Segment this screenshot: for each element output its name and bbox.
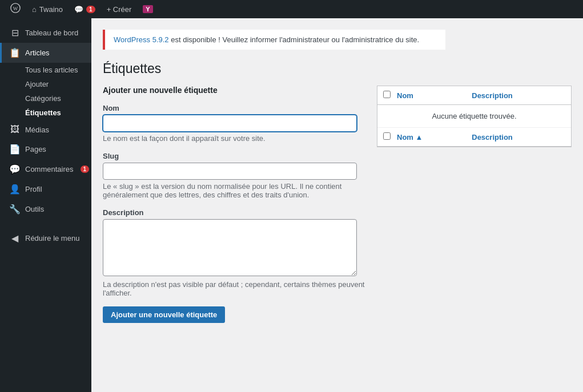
submit-button[interactable]: Ajouter une nouvelle étiquette [103,306,225,323]
notice-link[interactable]: WordPress 5.9.2 [114,35,169,44]
slug-field: Slug Le « slug » est la version du nom n… [103,152,365,199]
wp-logo-icon: W [10,3,21,16]
sidebar-item-dashboard[interactable]: ⊟ Tableau de bord [0,23,91,43]
home-icon: ⌂ [32,5,37,14]
description-label: Description [103,208,365,217]
sidebar-item-profil[interactable]: 👤 Profil [0,179,91,199]
commentaires-badge: 1 [81,165,90,173]
footer-description: Description [466,128,571,147]
new-content-label: + Créer [107,5,132,14]
pages-icon: 📄 [9,144,21,155]
commentaires-label: Commentaires [25,165,74,173]
commentaires-icon: 💬 [9,164,21,175]
header-checkbox-col [377,86,391,105]
profil-icon: 👤 [9,184,21,195]
slug-description: Le « slug » est la version du nom normal… [103,182,365,199]
site-name-label: Twaino [39,5,63,14]
reduire-label: Réduire le menu [25,234,79,243]
slug-input[interactable] [103,163,357,180]
sidebar-item-pages[interactable]: 📄 Pages [0,139,91,159]
wp-logo-item[interactable]: W [5,0,26,18]
pages-label: Pages [25,145,46,153]
comment-icon: 💬 [74,5,83,14]
tags-table: Nom Description Aucune étiquette trouvée… [377,86,571,147]
medias-icon: 🖼 [9,124,21,135]
content-area: Ajouter une nouvelle étiquette Nom Le no… [103,86,572,323]
table-footer-row: Nom ▲ Description [377,128,571,147]
description-input[interactable] [103,219,357,276]
admin-bar: W ⌂ Twaino 💬 1 + Créer Y [0,0,583,18]
header-nom: Nom [391,86,466,105]
footer-select-all-checkbox[interactable] [383,132,391,140]
sidebar-item-reduire[interactable]: ◀ Réduire le menu [0,228,91,248]
header-description: Description [466,86,571,105]
sidebar-item-articles[interactable]: 📋 Articles [0,43,91,63]
medias-label: Médias [25,126,49,134]
nom-sort-link[interactable]: Nom [397,91,413,100]
sidebar-item-etiquettes[interactable]: Étiquettes [0,106,91,120]
articles-submenu: Tous les articles Ajouter Catégories Éti… [0,63,91,120]
yoast-icon: Y [143,5,152,13]
description-sort-link[interactable]: Description [472,91,513,100]
articles-icon: 📋 [9,47,21,58]
notice-text: est disponible ! Veuillez informer l'adm… [169,35,420,44]
new-content-item[interactable]: + Créer [101,0,138,18]
nom-label: Nom [103,104,365,112]
page-title: Étiquettes [103,61,572,76]
main-content: WordPress 5.9.2 est disponible ! Veuille… [91,18,583,392]
table-header-row: Nom Description [377,86,571,105]
svg-text:W: W [13,5,18,11]
sidebar-item-outils[interactable]: 🔧 Outils [0,199,91,219]
empty-message: Aucune étiquette trouvée. [377,105,571,128]
sidebar-item-medias[interactable]: 🖼 Médias [0,120,91,139]
footer-nom: Nom ▲ [391,128,466,147]
empty-row: Aucune étiquette trouvée. [377,105,571,128]
sidebar-item-categories[interactable]: Catégories [0,91,91,106]
sidebar-item-ajouter[interactable]: Ajouter [0,77,91,91]
select-all-checkbox[interactable] [383,91,391,98]
comments-item[interactable]: 💬 1 [69,0,101,18]
sidebar-item-commentaires[interactable]: 💬 Commentaires 1 [0,159,91,179]
footer-nom-sort-link[interactable]: Nom ▲ [397,133,423,142]
profil-label: Profil [25,185,42,193]
outils-icon: 🔧 [9,204,21,215]
articles-label: Articles [25,49,50,57]
form-section: Ajouter une nouvelle étiquette Nom Le no… [103,86,365,323]
nom-description: Le nom est la façon dont il apparaît sur… [103,134,365,143]
sidebar-item-all-articles[interactable]: Tous les articles [0,63,91,77]
reduire-icon: ◀ [9,233,21,244]
outils-label: Outils [25,205,44,213]
form-section-title: Ajouter une nouvelle étiquette [103,86,365,95]
nom-field: Nom Le nom est la façon dont il apparaît… [103,104,365,143]
dashboard-label: Tableau de bord [25,29,78,37]
comments-badge: 1 [86,6,95,13]
dashboard-icon: ⊟ [9,27,21,38]
yoast-item[interactable]: Y [137,0,158,18]
sidebar: ⊟ Tableau de bord 📋 Articles Tous les ar… [0,18,91,392]
tags-table-section: Nom Description Aucune étiquette trouvée… [377,86,572,147]
site-name-item[interactable]: ⌂ Twaino [26,0,69,18]
slug-label: Slug [103,152,365,160]
nom-input[interactable] [103,115,357,132]
description-field: Description La description n'est pas vis… [103,208,365,297]
update-notice: WordPress 5.9.2 est disponible ! Veuille… [103,30,445,50]
layout: ⊟ Tableau de bord 📋 Articles Tous les ar… [0,18,583,392]
footer-checkbox-col [377,128,391,147]
description-note: La description n'est pas visible par déf… [103,280,365,297]
footer-description-sort-link[interactable]: Description [472,133,513,142]
